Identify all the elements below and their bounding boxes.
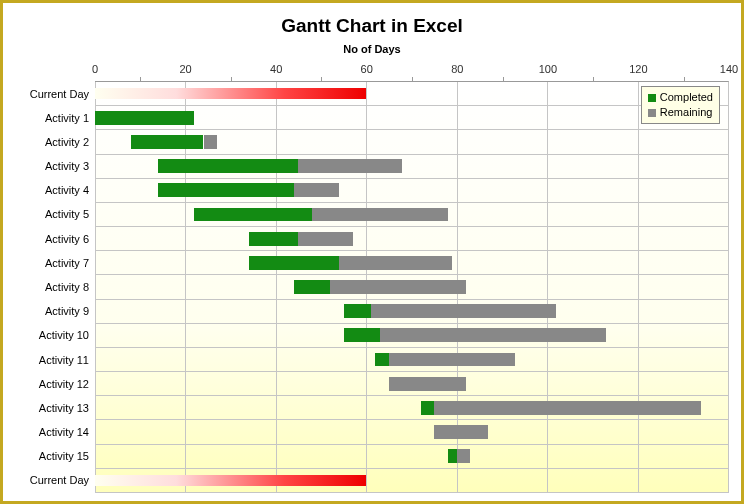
row-label: Activity 5: [15, 208, 95, 220]
bar-completed: [249, 256, 339, 270]
chart-area: 020406080100120140 Completed Remaining C…: [15, 63, 729, 493]
row-label: Activity 1: [15, 112, 95, 124]
row-label: Activity 13: [15, 402, 95, 414]
chart-subtitle: No of Days: [3, 43, 741, 57]
plot-area: Completed Remaining Current DayActivity …: [95, 81, 729, 493]
chart-frame: Gantt Chart in Excel No of Days 02040608…: [0, 0, 744, 504]
row-label: Activity 15: [15, 450, 95, 462]
bar-completed: [158, 159, 298, 173]
current-day-bar: [95, 475, 366, 487]
x-tick-label: 60: [361, 63, 373, 75]
bar-remaining: [371, 304, 556, 318]
current-day-bar: [95, 88, 366, 100]
legend-entry-remaining: Remaining: [648, 105, 713, 120]
row-label: Activity 10: [15, 329, 95, 341]
bar-remaining: [434, 425, 488, 439]
x-tick-label: 40: [270, 63, 282, 75]
row-label: Current Day: [15, 88, 95, 100]
legend-swatch-remaining: [648, 109, 656, 117]
legend-swatch-completed: [648, 94, 656, 102]
row-label: Current Day: [15, 474, 95, 486]
bar-remaining: [389, 353, 516, 367]
bar-remaining: [434, 401, 701, 415]
bar-remaining: [339, 256, 452, 270]
row-label: Activity 7: [15, 257, 95, 269]
chart-row: Activity 5: [95, 203, 728, 227]
bar-completed: [294, 280, 330, 294]
x-tick-label: 100: [539, 63, 557, 75]
legend-label-completed: Completed: [660, 90, 713, 105]
bar-completed: [344, 328, 380, 342]
bar-remaining: [312, 208, 448, 222]
row-label: Activity 4: [15, 184, 95, 196]
bar-completed: [375, 353, 389, 367]
x-tick-label: 120: [629, 63, 647, 75]
bar-remaining: [294, 183, 339, 197]
chart-row: Activity 10: [95, 324, 728, 348]
row-label: Activity 8: [15, 281, 95, 293]
row-label: Activity 2: [15, 136, 95, 148]
x-tick-label: 0: [92, 63, 98, 75]
chart-row: Activity 9: [95, 300, 728, 324]
bar-completed: [249, 232, 299, 246]
x-tick-label: 140: [720, 63, 738, 75]
chart-row: Activity 4: [95, 179, 728, 203]
chart-row: Activity 13: [95, 396, 728, 420]
x-axis: 020406080100120140: [95, 63, 729, 81]
chart-row: Activity 12: [95, 372, 728, 396]
chart-row: Activity 8: [95, 275, 728, 299]
bar-remaining: [380, 328, 606, 342]
x-tick-label: 20: [179, 63, 191, 75]
legend-entry-completed: Completed: [648, 90, 713, 105]
chart-row: Activity 3: [95, 155, 728, 179]
chart-row: Activity 6: [95, 227, 728, 251]
row-label: Activity 9: [15, 305, 95, 317]
row-label: Activity 6: [15, 233, 95, 245]
chart-row: Activity 14: [95, 420, 728, 444]
bar-remaining: [457, 449, 471, 463]
bar-completed: [95, 111, 194, 125]
legend-label-remaining: Remaining: [660, 105, 713, 120]
row-label: Activity 3: [15, 160, 95, 172]
chart-row: Activity 7: [95, 251, 728, 275]
chart-row: Activity 15: [95, 445, 728, 469]
bar-remaining: [330, 280, 466, 294]
chart-title: Gantt Chart in Excel: [3, 3, 741, 43]
bar-remaining: [298, 159, 402, 173]
bar-remaining: [389, 377, 466, 391]
bar-completed: [131, 135, 203, 149]
chart-row: Current Day: [95, 469, 728, 493]
chart-row: Current Day: [95, 82, 728, 106]
row-label: Activity 14: [15, 426, 95, 438]
chart-row: Activity 2: [95, 130, 728, 154]
bar-completed: [194, 208, 312, 222]
bar-remaining: [298, 232, 352, 246]
bar-remaining: [204, 135, 218, 149]
row-label: Activity 11: [15, 354, 95, 366]
bar-completed: [158, 183, 294, 197]
bar-completed: [448, 449, 457, 463]
gridline-vertical: [728, 82, 729, 493]
bar-completed: [344, 304, 371, 318]
bar-completed: [421, 401, 435, 415]
legend: Completed Remaining: [641, 86, 720, 124]
row-label: Activity 12: [15, 378, 95, 390]
x-tick-label: 80: [451, 63, 463, 75]
chart-row: Activity 11: [95, 348, 728, 372]
chart-row: Activity 1: [95, 106, 728, 130]
